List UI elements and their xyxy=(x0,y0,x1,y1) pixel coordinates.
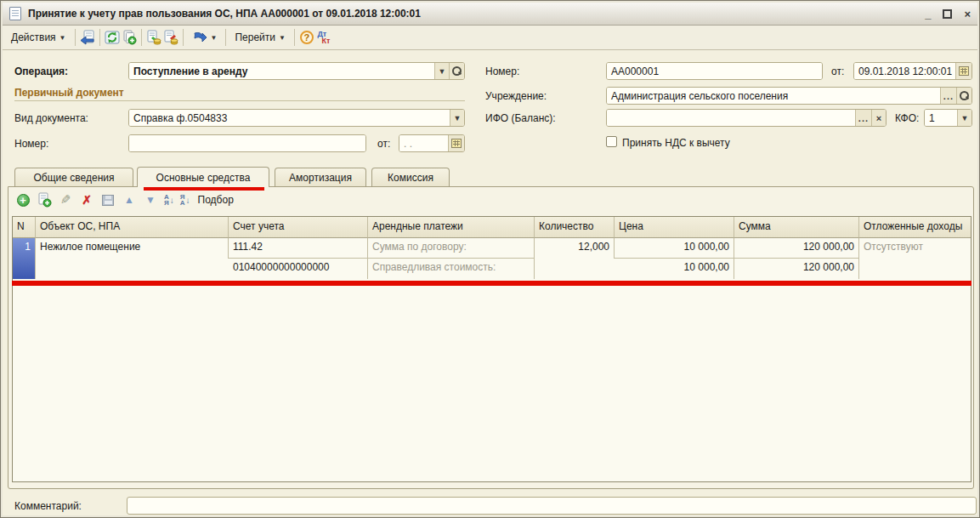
date-calendar-button[interactable] xyxy=(955,63,972,79)
comment-input[interactable] xyxy=(127,497,977,515)
doc-date-calendar-button[interactable] xyxy=(448,135,464,151)
institution-search-button[interactable] xyxy=(956,88,972,104)
save-and-close-button[interactable] xyxy=(79,29,96,46)
toolbar-separator xyxy=(294,29,295,46)
institution-input[interactable]: Администрация сельского поселения ... xyxy=(606,87,972,105)
price-cell-line1[interactable]: 10 000,00 xyxy=(615,238,734,259)
kfo-dropdown-button[interactable]: ▼ xyxy=(957,110,972,126)
number-value: АА000001 xyxy=(607,63,822,79)
column-header-object[interactable]: Объект ОС, НПА xyxy=(36,217,229,238)
ifo-clear-button[interactable]: × xyxy=(871,110,886,126)
tab-commission[interactable]: Комиссия xyxy=(371,168,450,187)
tab-label: Основные средства xyxy=(156,172,251,184)
sum-cell-line2[interactable]: 120 000,00 xyxy=(734,259,859,279)
account-cell-line1[interactable]: 111.42 xyxy=(229,238,368,259)
vat-checkbox[interactable] xyxy=(606,136,617,147)
toolbar-separator xyxy=(141,29,142,46)
doc-date-label: от: xyxy=(377,138,390,150)
number-label: Номер: xyxy=(485,65,519,77)
tab-general-info[interactable]: Общие сведения xyxy=(14,168,133,187)
account-cell-line2[interactable]: 01040000000000000 xyxy=(229,259,368,279)
ifo-label: ИФО (Баланс): xyxy=(485,112,556,124)
unpost-document-button[interactable] xyxy=(162,29,179,46)
delete-icon: ✗ xyxy=(82,193,92,207)
copy-button[interactable] xyxy=(121,29,138,46)
output-button[interactable]: ▼ xyxy=(187,28,223,47)
pick-button[interactable]: Подбор xyxy=(198,194,234,206)
number-input[interactable]: АА000001 xyxy=(606,62,823,80)
main-toolbar: Действия ▼ xyxy=(3,26,977,50)
column-header-n[interactable]: N xyxy=(13,217,36,238)
maximize-button[interactable] xyxy=(943,9,952,19)
minimize-button[interactable]: _ xyxy=(925,9,931,20)
tab-fixed-assets[interactable]: Основные средства xyxy=(137,167,269,187)
column-header-rent-payments[interactable]: Арендные платежи xyxy=(368,217,535,238)
sort-asc-button[interactable]: АЯ ↓ xyxy=(164,194,174,206)
goto-menu-label: Перейти xyxy=(235,31,275,43)
sort-desc-icon: ЯА xyxy=(180,194,185,206)
sort-desc-button[interactable]: ЯА ↓ xyxy=(180,194,190,206)
annotation-underline-row xyxy=(12,281,972,286)
price-cell-line2[interactable]: 10 000,00 xyxy=(615,259,734,279)
dt-kt-button[interactable]: Дт Кт xyxy=(315,29,332,46)
close-button[interactable]: × xyxy=(964,9,971,20)
table-row[interactable]: 1 Нежилое помещение 111.42 Сумма по дого… xyxy=(13,238,971,279)
tab-depreciation[interactable]: Амортизация xyxy=(275,168,366,187)
save-grid-button[interactable] xyxy=(100,192,116,208)
column-header-sum[interactable]: Сумма xyxy=(734,217,859,238)
move-up-button[interactable]: ▲ xyxy=(122,192,137,208)
kfo-select[interactable]: 1 ▼ xyxy=(924,109,972,127)
kfo-value: 1 xyxy=(925,110,957,126)
chevron-down-icon: ▼ xyxy=(279,34,286,42)
sum-cell-line1[interactable]: 120 000,00 xyxy=(734,238,859,259)
object-cell[interactable]: Нежилое помещение xyxy=(36,238,229,259)
actions-menu-button[interactable]: Действия ▼ xyxy=(6,29,71,46)
refresh-button[interactable] xyxy=(104,29,121,46)
post-document-button[interactable] xyxy=(145,29,162,46)
chevron-down-icon: ▼ xyxy=(454,114,462,122)
copy-row-button[interactable] xyxy=(37,192,52,208)
delete-row-button[interactable]: ✗ xyxy=(79,192,94,208)
quantity-cell[interactable]: 12,000 xyxy=(535,238,615,259)
date-input[interactable]: 09.01.2018 12:00:01 xyxy=(853,62,972,80)
document-window: Принятие к учету прав пользования ОС, НП… xyxy=(0,0,980,518)
help-button[interactable]: ? xyxy=(298,29,315,46)
vat-checkbox-label[interactable]: Принять НДС к вычету xyxy=(622,137,730,149)
operation-search-button[interactable] xyxy=(449,63,464,79)
column-header-account[interactable]: Счет учета xyxy=(229,217,368,238)
rent-payment-cell-line1[interactable]: Сумма по договору: xyxy=(368,238,535,259)
row-number-cell[interactable]: 1 xyxy=(13,238,36,279)
copy-icon xyxy=(122,30,137,45)
edit-row-button[interactable]: ✎ xyxy=(58,192,73,208)
goto-menu-button[interactable]: Перейти ▼ xyxy=(229,29,290,46)
doc-date-input[interactable]: . . xyxy=(399,134,465,152)
operation-value: Поступление в аренду xyxy=(129,63,434,79)
toolbar-separator xyxy=(183,29,184,46)
rent-payment-cell-line2[interactable]: Справедливая стоимость: xyxy=(368,259,535,279)
titlebar: Принятие к учету прав пользования ОС, НП… xyxy=(3,3,977,26)
ifo-ellipsis-button[interactable]: ... xyxy=(855,110,871,126)
doc-number-input[interactable] xyxy=(128,134,366,152)
doc-kind-select[interactable]: Справка ф.0504833 ▼ xyxy=(128,109,465,127)
document-icon xyxy=(9,7,21,20)
ifo-input[interactable]: ... × xyxy=(606,109,887,127)
institution-label: Учреждение: xyxy=(485,90,547,102)
help-icon: ? xyxy=(300,31,314,44)
column-header-deferred-income[interactable]: Отложенные доходы xyxy=(859,217,971,238)
window-title: Принятие к учету прав пользования ОС, НП… xyxy=(28,8,421,20)
kfo-label: КФО: xyxy=(895,112,919,124)
doc-kind-label: Вид документа: xyxy=(14,112,88,124)
doc-kind-dropdown-button[interactable]: ▼ xyxy=(450,110,464,126)
sort-asc-icon: АЯ xyxy=(164,194,169,206)
add-row-button[interactable]: + xyxy=(15,192,31,208)
operation-select[interactable]: Поступление в аренду ▼ xyxy=(128,62,465,80)
institution-ellipsis-button[interactable]: ... xyxy=(940,88,956,104)
chevron-down-icon: ▼ xyxy=(961,114,969,122)
primary-document-section-header: Первичный документ xyxy=(14,87,124,99)
move-down-button[interactable]: ▼ xyxy=(143,192,158,208)
deferred-income-cell[interactable]: Отсутствуют xyxy=(859,238,971,259)
column-header-quantity[interactable]: Количество xyxy=(535,217,615,238)
operation-dropdown-button[interactable]: ▼ xyxy=(434,63,449,79)
comment-label: Комментарий: xyxy=(14,500,82,512)
column-header-price[interactable]: Цена xyxy=(615,217,734,238)
